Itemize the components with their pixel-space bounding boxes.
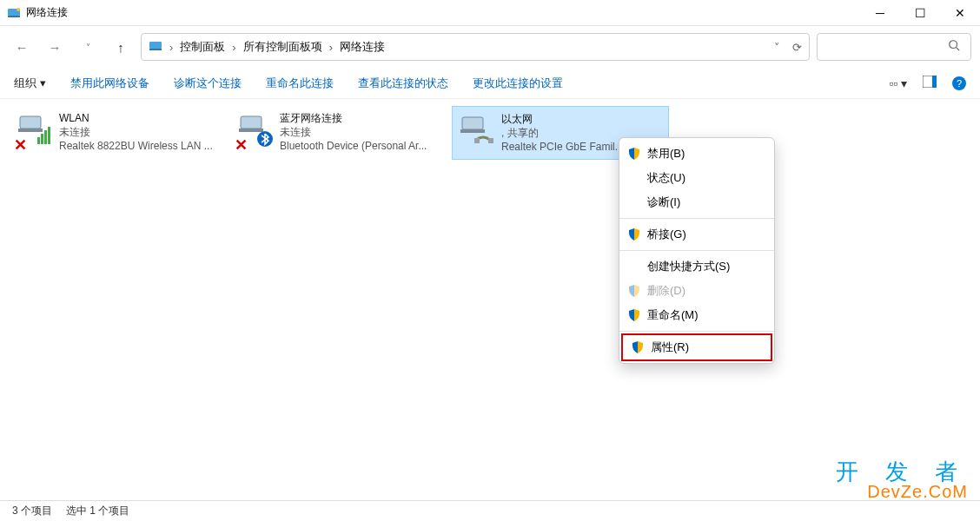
address-dropdown-icon[interactable]: ˅ xyxy=(774,41,780,54)
svg-rect-9 xyxy=(20,116,41,129)
watermark: 开 发 者 DevZe.CoM xyxy=(836,460,968,500)
ctx-label: 禁用(B) xyxy=(647,146,685,162)
svg-rect-18 xyxy=(462,117,483,129)
back-button[interactable]: ← xyxy=(9,34,35,60)
window-title: 网络连接 xyxy=(26,5,68,20)
maximize-button[interactable]: ☐ xyxy=(900,0,940,26)
breadcrumb-sep: › xyxy=(328,41,334,54)
ctx-label: 删除(D) xyxy=(647,283,685,299)
connection-wlan[interactable]: ✕ WLAN 未连接 Realtek 8822BU Wireless LAN .… xyxy=(10,106,228,160)
svg-rect-3 xyxy=(149,42,162,49)
ctx-shortcut[interactable]: 创建快捷方式(S) xyxy=(619,254,774,279)
search-icon xyxy=(948,39,960,55)
ctx-label: 桥接(G) xyxy=(647,227,686,242)
status-count: 3 个项目 xyxy=(12,504,52,518)
svg-rect-16 xyxy=(239,129,263,132)
ctx-label: 属性(R) xyxy=(651,340,689,355)
connection-device: Bluetooth Device (Personal Ar... xyxy=(280,139,427,153)
adapter-icon: ✕ xyxy=(235,111,275,153)
watermark-cn: 开 发 者 xyxy=(836,460,968,483)
svg-rect-4 xyxy=(149,49,162,50)
connection-name: 以太网 xyxy=(501,112,624,126)
svg-rect-13 xyxy=(44,130,47,144)
svg-rect-8 xyxy=(932,76,937,88)
connection-name: WLAN xyxy=(59,111,213,125)
cmd-disable[interactable]: 禁用此网络设备 xyxy=(70,76,149,91)
address-icon xyxy=(149,39,162,56)
organize-menu[interactable]: 组织 ▾ xyxy=(14,76,46,91)
connection-status: 未连接 xyxy=(59,125,213,139)
breadcrumb-sep: › xyxy=(168,41,175,54)
recent-button[interactable]: ˅ xyxy=(75,34,101,60)
window-controls: ─ ☐ ✕ xyxy=(860,0,980,26)
search-input[interactable] xyxy=(817,33,971,61)
ctx-status[interactable]: 状态(U) xyxy=(619,166,774,190)
watermark-en: DevZe.CoM xyxy=(836,483,968,500)
context-menu: 禁用(B) 状态(U) 诊断(I) 桥接(G) 创建快捷方式(S) 删除(D) … xyxy=(619,137,775,364)
svg-rect-21 xyxy=(488,138,493,143)
ctx-label: 创建快捷方式(S) xyxy=(647,259,730,274)
svg-rect-10 xyxy=(18,129,43,132)
view-options-icon[interactable]: ▫▫ ▾ xyxy=(889,76,907,90)
svg-rect-1 xyxy=(8,16,20,17)
connection-bluetooth[interactable]: ✕ 蓝牙网络连接 未连接 Bluetooth Device (Personal … xyxy=(231,106,448,160)
connection-status: , 共享的 xyxy=(501,126,624,140)
connection-status: 未连接 xyxy=(280,125,427,139)
status-selected: 选中 1 个项目 xyxy=(66,504,129,518)
svg-rect-20 xyxy=(474,138,480,143)
connection-device: Realtek PCIe GbE Famil... xyxy=(501,140,624,154)
app-icon xyxy=(7,6,21,20)
svg-rect-12 xyxy=(41,134,43,144)
svg-point-5 xyxy=(950,41,957,49)
minimize-button[interactable]: ─ xyxy=(860,0,900,26)
error-icon: ✕ xyxy=(14,135,27,155)
ctx-label: 状态(U) xyxy=(647,170,685,186)
help-icon[interactable]: ? xyxy=(952,76,966,90)
ctx-bridge[interactable]: 桥接(G) xyxy=(619,222,774,247)
svg-line-6 xyxy=(957,48,960,51)
preview-pane-icon[interactable] xyxy=(923,76,937,90)
cmd-rename[interactable]: 重命名此连接 xyxy=(266,76,334,91)
command-bar: 组织 ▾ 禁用此网络设备 诊断这个连接 重命名此连接 查看此连接的状态 更改此连… xyxy=(0,68,980,99)
ctx-label: 诊断(I) xyxy=(647,195,680,210)
error-icon: ✕ xyxy=(235,135,248,155)
breadcrumb-mid[interactable]: 所有控制面板项 xyxy=(243,39,322,55)
close-button[interactable]: ✕ xyxy=(940,0,980,26)
status-bar: 3 个项目 选中 1 个项目 xyxy=(0,500,980,521)
connection-device: Realtek 8822BU Wireless LAN ... xyxy=(59,139,213,153)
forward-button: → xyxy=(42,34,68,60)
svg-rect-11 xyxy=(37,137,40,144)
up-button[interactable]: ↑ xyxy=(108,34,134,60)
svg-rect-15 xyxy=(241,116,262,129)
nav-row: ← → ˅ ↑ › 控制面板 › 所有控制面板项 › 网络连接 ˅ ⟳ xyxy=(0,26,980,68)
ctx-rename[interactable]: 重命名(M) xyxy=(619,303,774,327)
adapter-icon xyxy=(456,112,496,154)
address-bar[interactable]: › 控制面板 › 所有控制面板项 › 网络连接 ˅ ⟳ xyxy=(141,33,810,61)
connections-area: ✕ WLAN 未连接 Realtek 8822BU Wireless LAN .… xyxy=(0,99,980,160)
breadcrumb-leaf[interactable]: 网络连接 xyxy=(340,39,385,55)
cmd-settings[interactable]: 更改此连接的设置 xyxy=(473,76,563,91)
svg-rect-14 xyxy=(48,127,50,144)
ctx-delete: 删除(D) xyxy=(619,279,774,303)
svg-point-2 xyxy=(17,8,20,11)
svg-rect-19 xyxy=(460,129,485,133)
cmd-status[interactable]: 查看此连接的状态 xyxy=(358,76,448,91)
ctx-label: 重命名(M) xyxy=(647,307,699,323)
refresh-icon[interactable]: ⟳ xyxy=(792,41,802,54)
ctx-diagnose[interactable]: 诊断(I) xyxy=(619,190,774,214)
ctx-properties[interactable]: 属性(R) xyxy=(623,335,771,359)
breadcrumb-sep: › xyxy=(230,41,237,54)
title-bar: 网络连接 ─ ☐ ✕ xyxy=(0,0,980,26)
connection-name: 蓝牙网络连接 xyxy=(280,111,427,125)
ctx-disable[interactable]: 禁用(B) xyxy=(619,142,774,166)
cmd-diagnose[interactable]: 诊断这个连接 xyxy=(174,76,242,91)
adapter-icon: ✕ xyxy=(14,111,54,153)
breadcrumb-root[interactable]: 控制面板 xyxy=(180,39,225,55)
